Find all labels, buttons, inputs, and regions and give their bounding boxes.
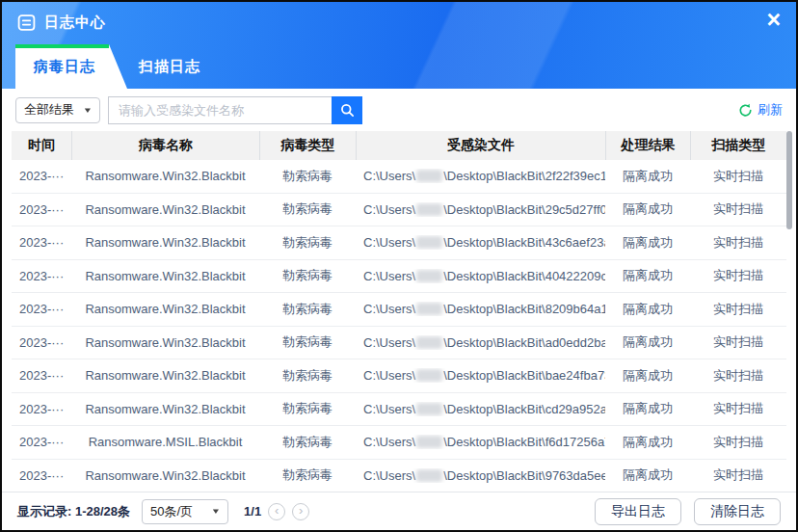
column-header-scan-type: 扫描类型: [690, 131, 786, 160]
cell-virus-type: 勒索病毒: [259, 168, 356, 185]
table-row: 2023-··· Ransomware.Win32.Blackbit 勒索病毒 …: [12, 359, 786, 393]
file-path-suffix: \Desktop\BlackBit\29c5d27ff04···: [443, 202, 605, 217]
records-count-label: 显示记录: 1-28/28条: [17, 503, 130, 520]
file-path-prefix: C:\Users\: [363, 269, 415, 283]
tab-bar: 病毒日志 扫描日志: [15, 44, 226, 89]
cell-time: 2023-···: [12, 302, 71, 316]
cell-scan-type: 实时扫描: [690, 367, 786, 385]
cell-virus-name: Ransomware.Win32.Blackbit: [71, 235, 259, 250]
refresh-icon: [738, 103, 753, 118]
cell-scan-type: 实时扫描: [690, 267, 786, 284]
cell-scan-type: 实时扫描: [690, 400, 786, 417]
file-path-suffix: \Desktop\BlackBit\43c6aef23a9···: [443, 235, 605, 250]
vertical-scrollbar-thumb[interactable]: [786, 131, 792, 229]
virus-log-table: 时间 病毒名称 病毒类型 受感染文件 处理结果 扫描类型 2023-··· Ra…: [12, 131, 786, 492]
titlebar: 日志中心: [2, 2, 796, 42]
cell-result: 隔离成功: [605, 434, 690, 451]
cell-virus-name: Ransomware.Win32.Blackbit: [71, 269, 259, 283]
redacted-username-blur: [416, 469, 442, 482]
cell-infected-file: C:\Users\ \Desktop\BlackBit\f6d17256a7··…: [356, 435, 605, 449]
redacted-username-blur: [416, 303, 442, 315]
cell-virus-name: Ransomware.Win32.Blackbit: [71, 335, 259, 350]
table-row: 2023-··· Ransomware.Win32.Blackbit 勒索病毒 …: [12, 327, 786, 360]
tab-scan-log[interactable]: 扫描日志: [127, 44, 226, 89]
tab-virus-log[interactable]: 病毒日志: [15, 44, 127, 89]
search-button[interactable]: [332, 96, 362, 124]
cell-time: 2023-···: [12, 269, 71, 283]
cell-result: 隔离成功: [605, 466, 690, 484]
file-path-prefix: C:\Users\: [363, 169, 415, 183]
table-body: 2023-··· Ransomware.Win32.Blackbit 勒索病毒 …: [12, 160, 786, 492]
cell-virus-name: Ransomware.MSIL.Blackbit: [71, 435, 259, 449]
search-bar: [108, 96, 362, 124]
cell-time: 2023-···: [12, 202, 71, 217]
cell-time: 2023-···: [12, 402, 71, 416]
cell-scan-type: 实时扫描: [690, 301, 786, 318]
column-header-time: 时间: [12, 131, 71, 160]
cell-result: 隔离成功: [605, 200, 690, 218]
cell-infected-file: C:\Users\ \Desktop\BlackBit\2f22f39ec1b·…: [356, 169, 605, 183]
window-header: 日志中心 × 病毒日志 扫描日志: [2, 2, 796, 89]
result-filter-value: 全部结果: [24, 101, 74, 119]
file-path-suffix: \Desktop\BlackBit\f6d17256a7···: [443, 435, 605, 449]
cell-time: 2023-···: [12, 435, 71, 449]
prev-page-button[interactable]: ‹: [268, 503, 285, 520]
cell-virus-type: 勒索病毒: [259, 301, 356, 318]
next-page-button[interactable]: ›: [292, 503, 309, 520]
cell-virus-name: Ransomware.Win32.Blackbit: [71, 202, 259, 217]
cell-scan-type: 实时扫描: [690, 234, 786, 252]
table-row: 2023-··· Ransomware.Win32.Blackbit 勒索病毒 …: [12, 260, 786, 294]
cell-infected-file: C:\Users\ \Desktop\BlackBit\ad0edd2bac··…: [356, 335, 605, 350]
file-path-suffix: \Desktop\BlackBit\bae24fba73···: [443, 368, 605, 383]
cell-virus-type: 勒索病毒: [259, 466, 356, 484]
tab-scan-log-label: 扫描日志: [139, 58, 200, 76]
cell-result: 隔离成功: [605, 168, 690, 185]
cell-infected-file: C:\Users\ \Desktop\BlackBit\bae24fba73··…: [356, 368, 605, 383]
cell-result: 隔离成功: [605, 267, 690, 284]
file-path-prefix: C:\Users\: [363, 302, 415, 316]
clear-logs-button[interactable]: 清除日志: [694, 498, 781, 525]
cell-scan-type: 实时扫描: [690, 168, 786, 185]
column-header-virus-name: 病毒名称: [71, 131, 259, 160]
page-size-select[interactable]: 50条/页 ▼: [142, 499, 228, 524]
refresh-button[interactable]: 刷新: [738, 101, 783, 119]
file-path-suffix: \Desktop\BlackBit\8209b64a1d···: [443, 302, 605, 316]
cell-virus-type: 勒索病毒: [259, 200, 356, 218]
cell-scan-type: 实时扫描: [690, 333, 786, 351]
cell-virus-type: 勒索病毒: [259, 400, 356, 417]
column-header-result: 处理结果: [605, 131, 690, 160]
table-header: 时间 病毒名称 病毒类型 受感染文件 处理结果 扫描类型: [12, 131, 786, 160]
file-path-prefix: C:\Users\: [363, 435, 415, 449]
export-logs-button[interactable]: 导出日志: [595, 498, 681, 525]
cell-time: 2023-···: [12, 169, 71, 183]
table-row: 2023-··· Ransomware.Win32.Blackbit 勒索病毒 …: [12, 226, 786, 260]
column-header-infected-file: 受感染文件: [356, 131, 605, 160]
file-path-prefix: C:\Users\: [363, 235, 415, 250]
tab-virus-log-label: 病毒日志: [34, 58, 95, 76]
column-header-virus-type: 病毒类型: [259, 131, 356, 160]
cell-time: 2023-···: [12, 235, 71, 250]
cell-virus-type: 勒索病毒: [259, 267, 356, 284]
redacted-username-blur: [416, 170, 442, 182]
table-row: 2023-··· Ransomware.Win32.Blackbit 勒索病毒 …: [12, 460, 786, 493]
file-path-suffix: \Desktop\BlackBit\cd29a952a5···: [443, 402, 605, 416]
result-filter-select[interactable]: 全部结果 ▼: [15, 97, 100, 123]
file-path-prefix: C:\Users\: [363, 402, 415, 416]
cell-virus-name: Ransomware.Win32.Blackbit: [71, 169, 259, 183]
file-path-suffix: \Desktop\BlackBit\40422209c0···: [443, 269, 605, 283]
close-icon[interactable]: ×: [766, 8, 781, 32]
search-input[interactable]: [108, 96, 332, 124]
cell-virus-name: Ransomware.Win32.Blackbit: [71, 302, 259, 316]
page-size-value: 50条/页: [150, 503, 193, 520]
table-row: 2023-··· Ransomware.MSIL.Blackbit 勒索病毒 C…: [12, 426, 786, 460]
table-row: 2023-··· Ransomware.Win32.Blackbit 勒索病毒 …: [12, 160, 786, 194]
log-document-icon: [17, 13, 36, 32]
file-path-suffix: \Desktop\BlackBit\ad0edd2bac···: [443, 335, 605, 350]
cell-virus-type: 勒索病毒: [259, 434, 356, 451]
cell-scan-type: 实时扫描: [690, 434, 786, 451]
window-title: 日志中心: [44, 13, 106, 32]
cell-result: 隔离成功: [605, 333, 690, 351]
cell-time: 2023-···: [12, 368, 71, 383]
footer-bar: 显示记录: 1-28/28条 50条/页 ▼ 1/1 ‹ › 导出日志 清除日志: [2, 492, 796, 530]
redacted-username-blur: [416, 436, 442, 448]
